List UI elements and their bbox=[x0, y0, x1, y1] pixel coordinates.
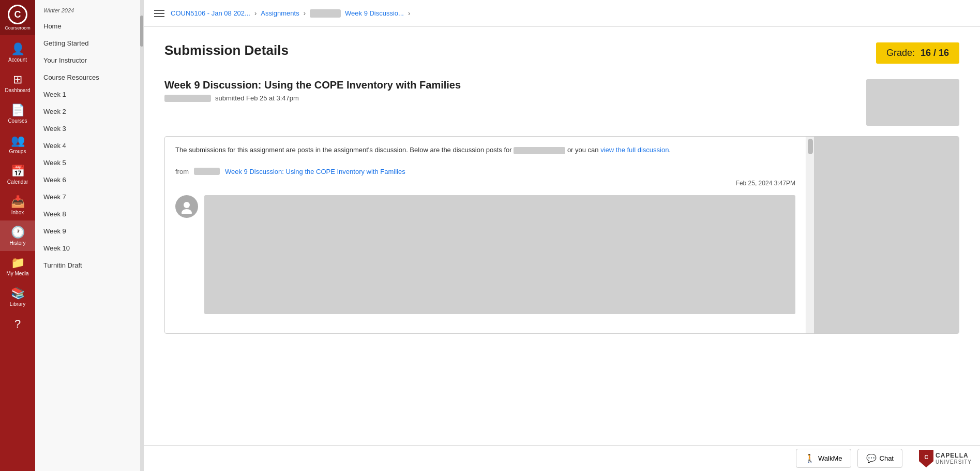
sidebar-item-week3[interactable]: Week 3 bbox=[35, 120, 143, 137]
library-label: Library bbox=[10, 301, 26, 307]
meta-username-redacted bbox=[164, 95, 211, 102]
sidebar-item-course-resources[interactable]: Course Resources bbox=[35, 69, 143, 86]
hamburger-menu[interactable] bbox=[152, 8, 167, 19]
view-full-discussion-link[interactable]: view the full discussion bbox=[600, 146, 669, 154]
grade-label: Grade: bbox=[886, 48, 915, 58]
capella-name: CAPELLA bbox=[936, 452, 972, 459]
courseroom-logo[interactable]: C Courseroom bbox=[0, 0, 35, 35]
my-media-icon: 📁 bbox=[11, 256, 25, 270]
capella-sub: UNIVERSITY bbox=[936, 459, 972, 465]
course-sidebar: Winter 2024 Home Getting Started Your In… bbox=[35, 0, 144, 471]
nav-item-account[interactable]: 👤 Account bbox=[0, 37, 35, 68]
left-navigation: C Courseroom 👤 Account ⊞ Dashboard 📄 Cou… bbox=[0, 0, 35, 471]
breadcrumb-assignments[interactable]: Assignments bbox=[261, 9, 299, 17]
post-discussion-link[interactable]: Week 9 Discussion: Using the COPE Invent… bbox=[225, 168, 405, 175]
nav-item-help[interactable]: ? bbox=[0, 312, 35, 337]
content-header: Submission Details Grade: 16 / 16 bbox=[164, 42, 959, 64]
account-label: Account bbox=[8, 57, 27, 63]
intro-text-start: The submissions for this assignment are … bbox=[175, 146, 512, 154]
svg-point-1 bbox=[182, 209, 192, 214]
sidebar-season: Winter 2024 bbox=[35, 0, 143, 18]
calendar-label: Calendar bbox=[7, 179, 28, 185]
nav-item-my-media[interactable]: 📁 My Media bbox=[0, 251, 35, 282]
dashboard-label: Dashboard bbox=[5, 87, 31, 93]
chat-icon: 💬 bbox=[866, 453, 877, 463]
discussion-info: Week 9 Discussion: Using the COPE Invent… bbox=[164, 79, 461, 102]
courses-icon: 📄 bbox=[11, 104, 25, 117]
capella-shield-icon: C bbox=[919, 450, 933, 467]
sidebar-item-week2[interactable]: Week 2 bbox=[35, 103, 143, 120]
post-text-redacted bbox=[204, 195, 795, 314]
svg-point-0 bbox=[184, 202, 190, 208]
grade-badge: Grade: 16 / 16 bbox=[876, 42, 959, 64]
sidebar-item-week4[interactable]: Week 4 bbox=[35, 137, 143, 154]
logo-label: Courseroom bbox=[5, 25, 31, 31]
discussion-meta: submitted Feb 25 at 3:47pm bbox=[164, 94, 461, 102]
nav-item-history[interactable]: 🕐 History bbox=[0, 220, 35, 251]
courses-label: Courses bbox=[8, 118, 27, 124]
sidebar-item-your-instructor[interactable]: Your Instructor bbox=[35, 52, 143, 69]
breadcrumb-sep-1: › bbox=[254, 9, 257, 17]
content-area: Submission Details Grade: 16 / 16 Week 9… bbox=[144, 27, 980, 445]
submission-main: The submissions for this assignment are … bbox=[165, 137, 806, 333]
breadcrumb-week-discussion[interactable]: Week 9 Discussio... bbox=[345, 9, 404, 17]
sidebar-item-week10[interactable]: Week 10 bbox=[35, 240, 143, 257]
nav-item-library[interactable]: 📚 Library bbox=[0, 282, 35, 312]
discussion-header: Week 9 Discussion: Using the COPE Invent… bbox=[164, 79, 959, 126]
chat-label: Chat bbox=[880, 454, 894, 462]
sidebar-item-week5[interactable]: Week 5 bbox=[35, 154, 143, 171]
breadcrumb-bar: COUN5106 - Jan 08 202... › Assignments ›… bbox=[144, 0, 980, 27]
post-date: Feb 25, 2024 3:47PM bbox=[165, 180, 806, 191]
inbox-label: Inbox bbox=[11, 210, 24, 215]
bottom-footer: 🚶 WalkMe 💬 Chat C CAPELLA UNIVERSITY bbox=[144, 445, 980, 471]
breadcrumb-sep-2: › bbox=[304, 9, 306, 17]
sidebar-item-week8[interactable]: Week 8 bbox=[35, 205, 143, 223]
discussion-title: Week 9 Discussion: Using the COPE Invent… bbox=[164, 79, 461, 91]
sidebar-item-week1[interactable]: Week 1 bbox=[35, 86, 143, 103]
or-you-can-text: or you can bbox=[567, 146, 599, 154]
sidebar-item-week9[interactable]: Week 9 bbox=[35, 223, 143, 240]
submission-details-title: Submission Details bbox=[164, 42, 289, 58]
nav-item-dashboard[interactable]: ⊞ Dashboard bbox=[0, 68, 35, 98]
nav-item-groups[interactable]: 👥 Groups bbox=[0, 129, 35, 159]
groups-icon: 👥 bbox=[11, 134, 25, 148]
sidebar-scrollbar[interactable] bbox=[140, 0, 143, 471]
sidebar-scrollbar-thumb bbox=[140, 16, 143, 47]
inbox-icon: 📥 bbox=[11, 195, 25, 209]
my-media-label: My Media bbox=[6, 271, 28, 276]
submission-scrollbar[interactable] bbox=[806, 137, 814, 333]
dashboard-icon: ⊞ bbox=[13, 73, 22, 86]
post-author-redacted bbox=[194, 168, 220, 175]
sidebar-item-week7[interactable]: Week 7 bbox=[35, 188, 143, 205]
walkme-label: WalkMe bbox=[818, 454, 842, 462]
logo-icon: C bbox=[8, 5, 27, 24]
username-redacted-inline bbox=[514, 147, 565, 154]
submission-right-panel bbox=[814, 137, 959, 333]
sidebar-item-getting-started[interactable]: Getting Started bbox=[35, 35, 143, 52]
walkme-button[interactable]: 🚶 WalkMe bbox=[796, 449, 851, 468]
main-area: COUN5106 - Jan 08 202... › Assignments ›… bbox=[144, 0, 980, 471]
breadcrumb-course[interactable]: COUN5106 - Jan 08 202... bbox=[171, 9, 250, 17]
capella-logo: C CAPELLA UNIVERSITY bbox=[919, 450, 972, 467]
scroll-thumb bbox=[808, 139, 813, 154]
calendar-icon: 📅 bbox=[11, 165, 25, 178]
submission-intro-text: The submissions for this assignment are … bbox=[165, 137, 806, 164]
nav-item-inbox[interactable]: 📥 Inbox bbox=[0, 190, 35, 220]
groups-label: Groups bbox=[9, 149, 26, 154]
from-label: from bbox=[175, 168, 189, 175]
post-from-row: from Week 9 Discussion: Using the COPE I… bbox=[165, 164, 806, 180]
sidebar-item-week6[interactable]: Week 6 bbox=[35, 171, 143, 188]
nav-item-courses[interactable]: 📄 Courses bbox=[0, 98, 35, 129]
sidebar-item-turnitin-draft[interactable]: Turnitin Draft bbox=[35, 257, 143, 274]
sidebar-item-home[interactable]: Home bbox=[35, 18, 143, 35]
library-icon: 📚 bbox=[11, 287, 25, 300]
svg-text:C: C bbox=[924, 454, 928, 460]
breadcrumb-redacted bbox=[310, 9, 341, 18]
history-icon: 🕐 bbox=[11, 226, 25, 239]
grade-value: 16 / 16 bbox=[921, 48, 949, 58]
discussion-right-panel bbox=[866, 79, 959, 126]
breadcrumb-sep-3: › bbox=[408, 9, 410, 17]
chat-button[interactable]: 💬 Chat bbox=[857, 449, 902, 468]
nav-item-calendar[interactable]: 📅 Calendar bbox=[0, 159, 35, 190]
submitted-text: submitted Feb 25 at 3:47pm bbox=[215, 94, 299, 102]
